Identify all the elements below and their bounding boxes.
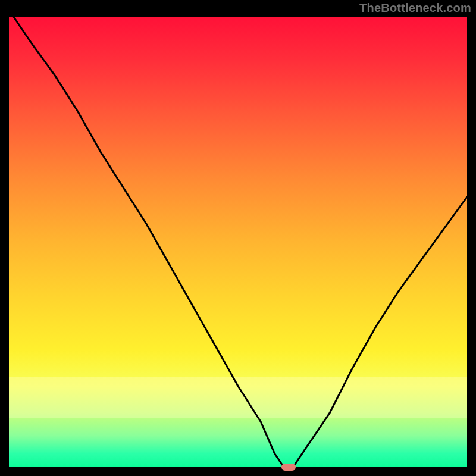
watermark-text: TheBottleneck.com: [359, 1, 471, 15]
chart-frame: TheBottleneck.com: [0, 0, 476, 476]
curve-path: [14, 17, 467, 467]
optimal-marker: [281, 464, 296, 471]
bottleneck-curve: [9, 17, 467, 467]
plot-area: [9, 17, 467, 467]
